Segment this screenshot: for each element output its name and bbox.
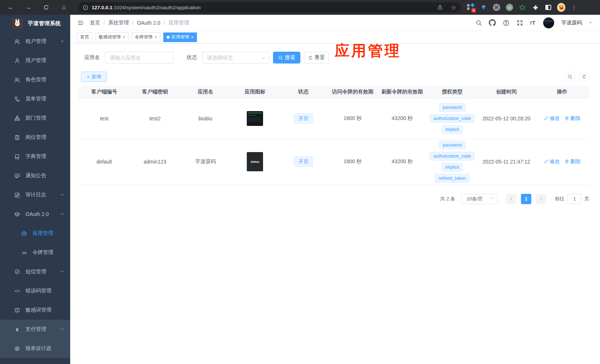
filter-form: 应用名 状态 搜索 重置 — [78, 52, 589, 63]
extension-gem-icon[interactable] — [480, 3, 488, 11]
close-icon[interactable]: × — [191, 35, 194, 40]
cell-grant-types: password authorization_code implicit — [427, 98, 478, 139]
next-page-button[interactable] — [536, 194, 546, 204]
col-grant-types: 授权类型 — [427, 86, 478, 98]
browser-back-button[interactable]: ← — [5, 2, 16, 13]
sidebar-item-sms[interactable]: 短信管理 — [0, 262, 70, 281]
share-icon[interactable] — [437, 4, 443, 10]
prev-page-button[interactable] — [506, 194, 517, 204]
chevron-up-icon — [60, 211, 64, 217]
applications-table: 客户端编号 客户端密钥 应用名 应用图标 状态 访问令牌的有效期 刷新令牌的有效… — [78, 86, 589, 185]
search-button[interactable]: 搜索 — [273, 52, 300, 63]
active-dot — [167, 36, 170, 39]
sidebar-item-dept[interactable]: 部门管理 — [0, 109, 70, 128]
cell-client-secret: test2 — [130, 98, 180, 139]
font-size-icon[interactable]: TT — [530, 20, 535, 26]
sidebar-item-dict[interactable]: 字典管理 — [0, 147, 70, 166]
tab-application[interactable]: 应用管理× — [163, 32, 197, 42]
col-app-name: 应用名 — [180, 86, 231, 98]
cell-create-time: 2022-05-12 00:28:20 — [478, 98, 535, 139]
reset-button[interactable]: 重置 — [304, 52, 329, 63]
search-icon[interactable] — [475, 19, 483, 27]
chevron-down-icon — [490, 196, 494, 202]
breadcrumb-oauth[interactable]: OAuth 2.0 — [137, 20, 160, 26]
users-icon — [14, 77, 20, 83]
delete-link[interactable]: 删除 — [565, 115, 581, 122]
grant-type-tag: authorization_code — [430, 152, 474, 161]
edit-link[interactable]: 修改 — [544, 115, 560, 122]
status-select[interactable] — [202, 52, 269, 63]
browser-reload-button[interactable] — [41, 2, 52, 13]
chevron-down-icon — [60, 192, 64, 198]
sidebar-menu: 租户管理 用户管理 角色管理 菜单管理 部门管理 岗位管理 — [0, 32, 70, 364]
sidebar-item-user[interactable]: 用户管理 — [0, 51, 70, 70]
grant-type-tag: implicit — [442, 125, 463, 134]
page-number-button[interactable]: 1 — [521, 194, 531, 204]
status-badge: 开启 — [294, 113, 313, 124]
sidebar-item-sensitive[interactable]: 敏感词管理 — [0, 301, 70, 320]
sidebar-item-audit[interactable]: 审计日志 — [0, 185, 70, 205]
user-avatar[interactable] — [543, 17, 554, 28]
sidebar-item-pay[interactable]: ¥ 支付管理 — [0, 320, 70, 339]
tab-token[interactable]: 令牌管理× — [132, 32, 160, 42]
hamburger-collapse-icon[interactable] — [77, 19, 84, 27]
extension-blocks-icon[interactable]: 9 — [467, 3, 475, 11]
edit-square-icon — [14, 192, 20, 198]
extension-command-icon[interactable]: ⌘ — [492, 3, 501, 11]
close-icon[interactable]: × — [154, 35, 157, 40]
page-size-select[interactable]: 10条/页 — [461, 194, 498, 204]
tab-home[interactable]: 首页 — [77, 32, 92, 42]
reload-icon — [43, 4, 49, 10]
logo[interactable]: 芋道管理系统 — [0, 15, 70, 32]
site-info-icon[interactable] — [83, 5, 88, 10]
cell-access-validity: 1800 秒 — [328, 98, 378, 139]
fullscreen-icon[interactable] — [516, 19, 524, 27]
github-icon[interactable] — [489, 19, 496, 27]
sidebar-item-tenant[interactable]: 租户管理 — [0, 32, 70, 51]
user-name[interactable]: 芋道源码 — [561, 20, 582, 26]
table-search-toggle-button[interactable] — [565, 72, 575, 82]
table-refresh-button[interactable] — [579, 72, 589, 82]
col-refresh-validity: 刷新令牌的有效期 — [378, 86, 427, 98]
extensions-puzzle-icon[interactable] — [531, 3, 539, 11]
badge-icon — [14, 134, 20, 141]
help-icon[interactable] — [502, 19, 510, 27]
edit-pen-icon — [544, 159, 549, 164]
goto-page-input[interactable] — [567, 194, 582, 204]
profile-avatar-icon[interactable] — [557, 3, 565, 11]
browser-home-button[interactable]: ⌂ — [58, 2, 69, 13]
add-button[interactable]: + 新增 — [81, 72, 107, 82]
edit-link[interactable]: 修改 — [544, 158, 560, 165]
sidebar-item-report[interactable]: 报表设计器 — [0, 339, 70, 358]
sidebar-item-role[interactable]: 角色管理 — [0, 70, 70, 89]
browser-menu-icon[interactable]: ⋮ — [570, 3, 578, 11]
chevron-down-icon — [60, 38, 64, 44]
sidebar-item-errcode[interactable]: </> 错误码管理 — [0, 281, 70, 301]
url-bar[interactable]: 127.0.0.1:1024/system/oauth2/oauth2/appl… — [78, 2, 461, 13]
extension-record-icon[interactable] — [505, 3, 514, 11]
sidebar-item-menu[interactable]: 菜单管理 — [0, 89, 70, 109]
user-caret-icon[interactable] — [588, 20, 593, 26]
table-row: test test2 biubiu 开启 1800 秒 43200 秒 pass… — [78, 98, 589, 139]
browser-forward-button[interactable]: → — [23, 2, 34, 13]
close-icon[interactable]: × — [123, 35, 125, 40]
plus-icon: + — [86, 74, 89, 80]
logo-rabbit-image — [12, 18, 23, 29]
breadcrumb-home[interactable]: 首页 — [90, 20, 100, 26]
sidebar-item-post[interactable]: 岗位管理 — [0, 128, 70, 147]
col-create-time: 创建时间 — [478, 86, 535, 98]
cell-grant-types: password authorization_code implicit ref… — [427, 139, 478, 185]
breadcrumb-system[interactable]: 系统管理 — [108, 20, 129, 26]
sidebar-item-oauth-app[interactable]: 应用管理 — [0, 224, 70, 243]
side-panel-icon[interactable] — [544, 3, 552, 11]
sidebar-item-oauth[interactable]: OAuth 2.0 — [0, 205, 70, 224]
app-name-input[interactable] — [105, 52, 174, 63]
bookmark-star-icon[interactable]: ☆ — [451, 4, 456, 11]
delete-link[interactable]: 删除 — [565, 158, 581, 165]
extension-star-icon[interactable] — [518, 3, 526, 11]
sidebar-item-oauth-token[interactable]: ((A)) 令牌管理 — [0, 243, 70, 262]
sidebar-item-notice[interactable]: 通知公告 — [0, 166, 70, 185]
col-client-id: 客户端编号 — [78, 86, 130, 98]
tab-sensitive[interactable]: 敏感词管理× — [95, 32, 129, 42]
cell-client-secret: admin123 — [130, 139, 180, 185]
